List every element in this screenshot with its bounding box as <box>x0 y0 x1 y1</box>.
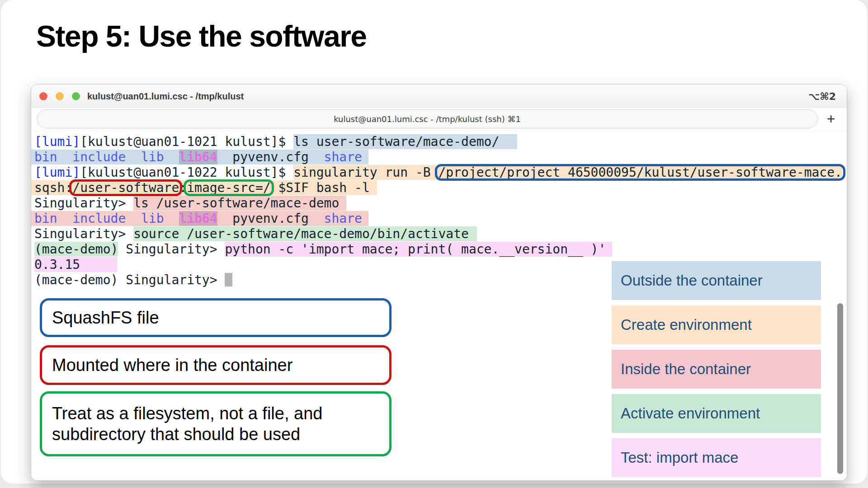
terminal-text: [lumi] <box>34 165 80 180</box>
annotation-box-red: /user-software <box>72 180 179 195</box>
terminal-line: bin include lib lib64 pyvenv.cfg share <box>34 150 847 165</box>
window-controls <box>39 92 80 100</box>
highlighted-text: bin include lib <box>31 150 179 164</box>
legend-label: Activate environment <box>621 405 760 422</box>
zoom-button[interactable] <box>72 92 80 100</box>
legend-item: Outside the container <box>612 261 821 300</box>
highlighted-text: share <box>324 211 368 226</box>
highlighted-text: bin include lib <box>31 211 179 226</box>
terminal-line: Singularity> ls /user-software/mace-demo <box>34 196 847 211</box>
highlighted-text: pyvenv.cfg <box>217 211 324 226</box>
terminal-line: (mace-demo) Singularity> python -c 'impo… <box>34 242 847 257</box>
highlighted-text: source /user-software/mace-demo/bin/acti… <box>133 226 477 241</box>
scrollbar-thumb[interactable] <box>837 303 843 474</box>
terminal-text: Singularity> <box>34 196 133 211</box>
legend-label: Outside the container <box>621 272 763 289</box>
terminal-cursor <box>225 273 232 286</box>
callout-box: Mounted where in the container <box>40 345 392 385</box>
terminal-text: Singularity> <box>34 226 133 241</box>
window-title: kulust@uan01.lumi.csc - /tmp/kulust <box>87 91 244 102</box>
highlighted-text: pyvenv.cfg <box>217 150 324 164</box>
highlighted-text: python -c 'import mace; print( mace.__ve… <box>225 242 612 257</box>
callout-text: subdirectory that should be used <box>52 424 389 445</box>
terminal-text: Singularity> <box>118 242 225 257</box>
terminal-line: bin include lib lib64 pyvenv.cfg share <box>34 211 847 226</box>
tab-label: kulust@uan01.lumi.csc - /tmp/kulust (ssh… <box>334 114 521 124</box>
highlighted-text: : <box>179 180 187 195</box>
callout-box: SquashFS file <box>40 298 392 337</box>
callout-text: Treat as a filesystem, not a file, and <box>52 403 389 424</box>
legend-item: Create environment <box>612 305 821 344</box>
legend-label: Create environment <box>621 316 752 333</box>
highlighted-text: singularity run -B <box>293 165 438 180</box>
callout-text: SquashFS file <box>52 307 389 328</box>
legend-item: Inside the container <box>612 350 821 389</box>
highlighted-text: (mace-demo) <box>34 242 118 257</box>
legend-item: Test: import mace <box>612 438 821 477</box>
legend-label: Test: import mace <box>621 449 738 466</box>
tab-bar: kulust@uan01.lumi.csc - /tmp/kulust (ssh… <box>31 108 847 131</box>
callout-text: Mounted where in the container <box>52 355 389 375</box>
highlighted-text: $SIF bash -l <box>271 180 377 195</box>
terminal-text: (mace-demo) Singularity> <box>34 272 225 287</box>
close-button[interactable] <box>39 92 47 100</box>
slide-background: Step 5: Use the software kulust@uan01.lu… <box>1 0 867 483</box>
terminal-tab[interactable]: kulust@uan01.lumi.csc - /tmp/kulust (ssh… <box>37 109 818 128</box>
terminal-text: [kulust@uan01-1021 kulust]$ <box>80 134 293 149</box>
terminal-line: sqsh:/user-software:image-src=/ $SIF bas… <box>34 180 847 196</box>
terminal-text: [lumi] <box>34 134 80 149</box>
minimize-button[interactable] <box>56 92 64 100</box>
highlighted-text: share <box>324 150 368 164</box>
terminal-line: [lumi][kulust@uan01-1022 kulust]$ singul… <box>34 165 847 180</box>
callout-box: Treat as a filesystem, not a file, andsu… <box>40 391 392 456</box>
highlighted-text: lib64 <box>179 211 217 226</box>
highlighted-text: sqsh: <box>31 180 72 195</box>
highlighted-text: ls /user-software/mace-demo <box>133 196 346 211</box>
window-shortcut-badge: ⌥⌘2 <box>808 91 836 102</box>
window-titlebar: kulust@uan01.lumi.csc - /tmp/kulust ⌥⌘2 <box>31 84 847 108</box>
highlighted-text: lib64 <box>179 150 217 164</box>
terminal-line: Singularity> source /user-software/mace-… <box>34 226 847 242</box>
page-title: Step 5: Use the software <box>36 19 367 53</box>
legend-item: Activate environment <box>612 394 821 433</box>
annotation-box-blue: /project/project_465000095/kulust/user-s… <box>438 165 842 180</box>
annotation-box-green: image-src=/ <box>187 180 270 195</box>
terminal-text: [kulust@uan01-1022 kulust]$ <box>80 165 293 180</box>
highlighted-text: 0.3.15 <box>34 257 117 272</box>
new-tab-button[interactable]: + <box>821 109 840 128</box>
legend-label: Inside the container <box>621 361 751 378</box>
terminal-line: [lumi][kulust@uan01-1021 kulust]$ ls use… <box>34 134 847 150</box>
highlighted-text: ls user-software/mace-demo/ <box>293 134 517 149</box>
